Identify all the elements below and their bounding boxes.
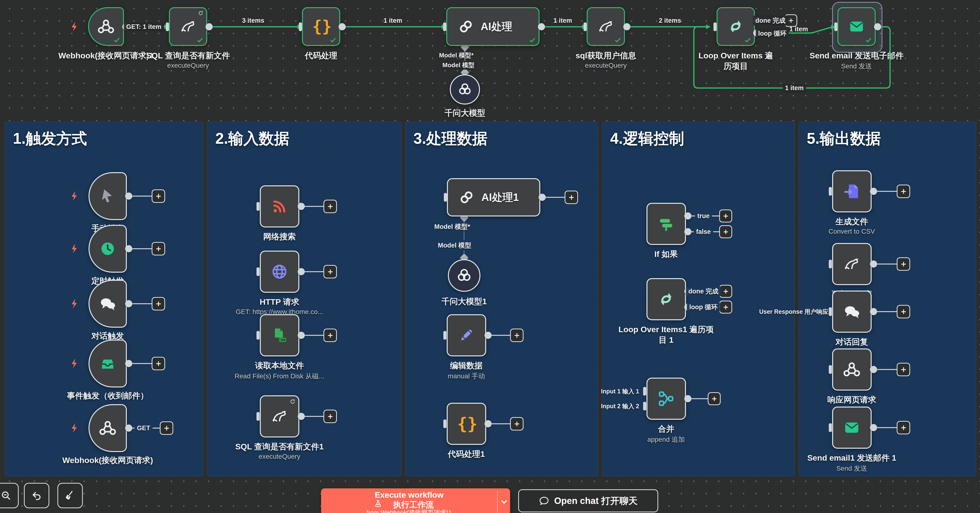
node-编辑数据[interactable]: [447, 314, 486, 356]
input-port[interactable]: [256, 202, 259, 211]
output-port[interactable]: [684, 228, 692, 235]
output-port[interactable]: [298, 413, 305, 420]
add-node-button[interactable]: [897, 363, 910, 376]
node-网络搜索[interactable]: [260, 185, 299, 227]
input-port[interactable]: [643, 402, 646, 410]
add-node-button[interactable]: [323, 410, 337, 423]
output-port[interactable]: [125, 424, 132, 432]
node-更新数据库[interactable]: [832, 243, 872, 285]
undo-button[interactable]: [24, 483, 49, 508]
output-port[interactable]: [539, 194, 546, 201]
node-SQL 查询是否有新文件[interactable]: [169, 7, 207, 46]
output-port[interactable]: [870, 308, 877, 315]
output-port[interactable]: [125, 300, 132, 307]
output-port[interactable]: [298, 203, 305, 210]
input-port[interactable]: [829, 365, 832, 374]
output-port[interactable]: [125, 360, 132, 367]
input-port[interactable]: [299, 22, 302, 31]
input-port[interactable]: [256, 412, 259, 421]
add-node-button[interactable]: [897, 421, 910, 434]
output-port[interactable]: [684, 212, 692, 219]
add-node-button[interactable]: [719, 301, 732, 313]
add-node-button[interactable]: [152, 242, 165, 256]
input-port[interactable]: [443, 22, 446, 31]
input-port[interactable]: [829, 187, 832, 195]
input-port[interactable]: [166, 22, 169, 31]
input-port[interactable]: [834, 22, 837, 31]
add-node-button[interactable]: [897, 257, 910, 271]
input-port[interactable]: [713, 22, 717, 31]
output-port[interactable]: [538, 23, 545, 30]
output-port[interactable]: [298, 332, 305, 339]
node-对话回复[interactable]: [832, 291, 872, 333]
node-If 如果[interactable]: [646, 203, 686, 245]
node-读取本地文件[interactable]: [260, 314, 299, 356]
node-Send email1 发送邮件 1[interactable]: [832, 407, 872, 449]
add-node-button[interactable]: [897, 185, 910, 198]
node-Send email 发送电子邮件[interactable]: [837, 7, 876, 46]
node-代码处理[interactable]: {}: [302, 7, 340, 46]
add-node-button[interactable]: [160, 421, 173, 435]
node-AI处理1[interactable]: AI处理1: [447, 178, 540, 216]
add-node-button[interactable]: [152, 357, 165, 370]
if-icon: [657, 215, 675, 233]
output-port[interactable]: [298, 268, 305, 275]
output-port[interactable]: [870, 366, 877, 373]
output-port[interactable]: [125, 245, 132, 252]
add-node-button[interactable]: [152, 297, 165, 310]
node-Webhook(接收网页请求)1[interactable]: [88, 7, 124, 46]
add-node-button[interactable]: [708, 392, 721, 405]
output-port[interactable]: [339, 23, 346, 30]
connector-line: [130, 363, 152, 364]
node-Loop Over Items 遍历项目[interactable]: [717, 7, 755, 46]
node-代码处理1[interactable]: {}: [447, 403, 486, 445]
tidy-workflow-button[interactable]: [57, 483, 83, 508]
sticky-note-4[interactable]: [602, 121, 795, 476]
execute-dropdown-divider: [497, 491, 498, 513]
node-AI处理[interactable]: AI处理: [446, 7, 539, 46]
add-node-button[interactable]: [323, 329, 337, 342]
output-port[interactable]: [485, 420, 492, 427]
node-HTTP 请求[interactable]: [260, 251, 299, 293]
add-node-button[interactable]: [323, 200, 337, 213]
node-千问大模型1[interactable]: [448, 259, 480, 292]
output-port[interactable]: [874, 23, 881, 30]
input-port[interactable]: [256, 267, 259, 276]
add-node-button[interactable]: [565, 191, 578, 204]
add-node-button[interactable]: [719, 210, 732, 222]
output-port[interactable]: [870, 188, 877, 195]
add-node-button[interactable]: [510, 417, 523, 430]
output-port[interactable]: [125, 192, 132, 200]
node-千问大模型[interactable]: [450, 75, 480, 105]
execute-dropdown-button[interactable]: [499, 497, 509, 507]
node-响应网页请求[interactable]: [832, 348, 872, 391]
add-node-button[interactable]: [719, 285, 732, 298]
zoom-out-button[interactable]: [0, 483, 19, 508]
input-port[interactable]: [444, 193, 447, 202]
add-node-button[interactable]: [323, 265, 337, 278]
input-port[interactable]: [643, 387, 646, 395]
output-port[interactable]: [870, 424, 877, 431]
input-port[interactable]: [443, 331, 447, 340]
node-Loop Over Items1 遍历项目 1[interactable]: [646, 278, 686, 320]
input-port[interactable]: [829, 307, 832, 316]
input-port[interactable]: [829, 423, 832, 432]
input-port[interactable]: [829, 260, 832, 268]
output-port[interactable]: [205, 23, 213, 30]
add-node-button[interactable]: [510, 329, 523, 342]
output-port[interactable]: [684, 395, 692, 402]
node-生成文件[interactable]: [832, 170, 872, 212]
add-node-button[interactable]: [719, 225, 732, 238]
add-node-button[interactable]: [152, 189, 165, 203]
add-node-button[interactable]: [897, 305, 910, 318]
output-port[interactable]: [623, 23, 630, 30]
input-port[interactable]: [584, 22, 587, 31]
output-port[interactable]: [870, 260, 877, 268]
node-sql获取用户信息[interactable]: [587, 7, 625, 46]
open-chat-button[interactable]: Open chat 打开聊天: [518, 489, 658, 512]
output-port[interactable]: [485, 332, 492, 339]
node-合并[interactable]: [646, 378, 686, 420]
input-port[interactable]: [443, 419, 447, 428]
input-port[interactable]: [256, 331, 259, 340]
node-SQL 查询是否有新文件1[interactable]: [260, 395, 299, 437]
